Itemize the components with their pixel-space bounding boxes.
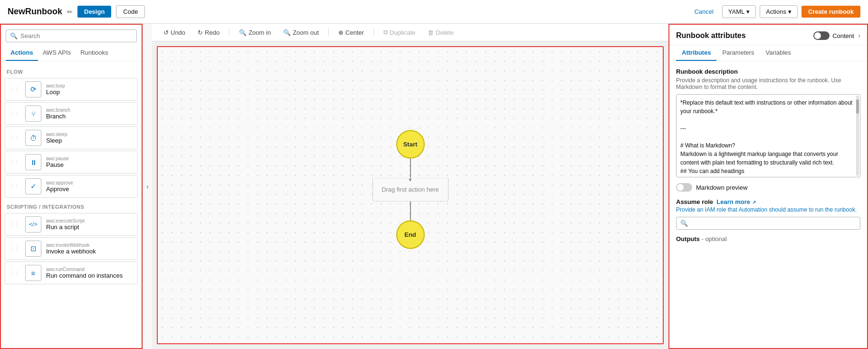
right-tabs: Attributes Parameters Variables (669, 45, 867, 61)
right-panel-content: Runbook description Provide a descriptio… (669, 61, 867, 348)
cancel-button[interactable]: Cancel (689, 6, 718, 18)
branch-icon: ⑂ (25, 106, 41, 122)
scrollbar-vertical[interactable] (856, 96, 859, 176)
top-bar-left: NewRunbook ✏ Design Code (8, 5, 145, 18)
duplicate-button[interactable]: ⧉ Duplicate (379, 27, 420, 38)
tab-aws-apis[interactable]: AWS APIs (38, 45, 76, 61)
drag-handle-icon: ⋮⋮ (9, 159, 19, 165)
yaml-button[interactable]: YAML ▾ (722, 5, 756, 18)
search-box[interactable]: 🔍 (6, 29, 137, 42)
search-input[interactable] (20, 32, 133, 39)
assume-role-input[interactable] (691, 220, 856, 227)
outputs-label: Outputs - optional (676, 235, 727, 242)
drag-handle-icon: ⋮⋮ (9, 87, 19, 93)
tab-actions[interactable]: Actions (6, 45, 38, 61)
external-link-icon: ↗ (752, 200, 756, 205)
section-flow-label: FLOW (1, 64, 142, 77)
redo-icon: ↻ (198, 29, 203, 36)
optional-tag: - optional (701, 235, 726, 242)
top-bar-right: Cancel YAML ▾ Actions ▾ Create runbook (689, 5, 860, 18)
toolbar-separator (328, 28, 329, 37)
assume-role-search[interactable]: 🔍 (676, 217, 860, 230)
drag-handle-icon: ⋮⋮ (9, 135, 19, 141)
tab-attributes[interactable]: Attributes (676, 45, 716, 61)
list-item[interactable]: ⋮⋮ ⊡ aws:invokeWebhook Invoke a webhook (5, 237, 138, 260)
list-item[interactable]: ⋮⋮ ✓ aws:approve Approve (5, 175, 138, 198)
chevron-down-icon: ▾ (746, 8, 750, 15)
right-panel-title: Runbook attributes (676, 31, 746, 40)
drag-handle-icon: ⋮⋮ (9, 222, 19, 228)
list-item[interactable]: ⋮⋮ </> aws:executeScript Run a script (5, 213, 138, 236)
approve-icon: ✓ (25, 178, 41, 194)
description-textarea[interactable]: *Replace this default text with instruct… (677, 95, 860, 175)
flow-item-text: aws:approve Approve (46, 180, 73, 193)
flow-item-text: aws:loop Loop (46, 83, 65, 96)
list-item[interactable]: ⋮⋮ ⑂ aws:branch Branch (5, 102, 138, 125)
top-bar: NewRunbook ✏ Design Code Cancel YAML ▾ A… (0, 0, 868, 24)
learn-more-link[interactable]: Learn more ↗ (716, 198, 755, 205)
tab-runbooks[interactable]: Runbooks (76, 45, 113, 61)
zoom-in-icon: 🔍 (239, 29, 247, 36)
left-panel: 🔍 Actions AWS APIs Runbooks FLOW ⋮⋮ ⟳ aw… (0, 24, 143, 349)
delete-button[interactable]: 🗑 Delete (423, 27, 458, 38)
collapse-panel-button[interactable]: ‹ (143, 24, 152, 349)
content-toggle[interactable]: Content (813, 31, 854, 40)
center-button[interactable]: ⊕ Center (334, 27, 369, 38)
list-item[interactable]: ⋮⋮ ⏸ aws:pause Pause (5, 151, 138, 174)
drag-handle-icon: ⋮⋮ (9, 270, 19, 276)
assume-role-label: Assume role Learn more ↗ (676, 198, 860, 205)
canvas-inner: Start Drag first action here End (372, 130, 448, 249)
toggle-track[interactable] (813, 31, 830, 40)
list-item[interactable]: ⋮⋮ ≡ aws:runCommand Run command on insta… (5, 262, 138, 284)
expand-icon[interactable]: › (858, 31, 860, 40)
toolbar-separator (229, 28, 229, 37)
description-hint: Provide a description and usage instruct… (676, 77, 860, 90)
design-button[interactable]: Design (77, 6, 111, 18)
drag-handle-icon: ⋮⋮ (9, 246, 19, 252)
flow-item-text: aws:branch Branch (46, 107, 70, 120)
flow-item-text: aws:pause Pause (46, 156, 69, 168)
zoom-out-button[interactable]: 🔍 Zoom out (278, 27, 324, 38)
description-textarea-wrapper: *Replace this default text with instruct… (676, 94, 860, 177)
loop-icon: ⟳ (25, 81, 41, 97)
assume-role-section: Assume role Learn more ↗ Provide an IAM … (676, 198, 860, 230)
toolbar: ↺ Undo ↻ Redo 🔍 Zoom in 🔍 Zoom out ⊕ Cen… (152, 24, 668, 41)
flow-item-text: aws:runCommand Run command on instances (46, 267, 123, 279)
undo-icon: ↺ (163, 29, 169, 36)
toolbar-separator (373, 28, 374, 37)
scrollbar-thumb (856, 99, 859, 114)
canvas[interactable]: Start Drag first action here End (157, 46, 664, 344)
canvas-wrapper: Start Drag first action here End (152, 41, 668, 349)
right-panel-header: Runbook attributes Content › (669, 25, 867, 45)
list-item[interactable]: ⋮⋮ ⟳ aws:loop Loop (5, 78, 138, 101)
assume-role-desc: Provide an IAM role that Automation shou… (676, 206, 860, 213)
sleep-icon: ⏱ (25, 130, 41, 146)
code-button[interactable]: Code (116, 5, 145, 18)
tab-variables[interactable]: Variables (760, 45, 797, 61)
flow-item-text: aws:invokeWebhook Invoke a webhook (46, 242, 96, 255)
search-icon: 🔍 (10, 32, 18, 39)
actions-top-button[interactable]: Actions ▾ (760, 5, 798, 18)
duplicate-icon: ⧉ (383, 29, 388, 36)
markdown-toggle[interactable] (676, 183, 692, 192)
webhook-icon: ⊡ (25, 241, 41, 257)
description-label: Runbook description (676, 68, 860, 75)
create-runbook-button[interactable]: Create runbook (801, 6, 860, 18)
section-scripting-label: SCRIPTING / INTEGRATIONS (1, 199, 142, 212)
tab-parameters[interactable]: Parameters (716, 45, 760, 61)
pause-icon: ⏸ (25, 154, 41, 170)
flow-item-text: aws:executeScript Run a script (46, 218, 85, 231)
run-command-icon: ≡ (25, 265, 41, 281)
center-icon: ⊕ (338, 29, 343, 36)
toggle-knob (814, 32, 821, 39)
list-item[interactable]: ⋮⋮ ⏱ aws:sleep Sleep (5, 126, 138, 149)
zoom-in-button[interactable]: 🔍 Zoom in (234, 27, 276, 38)
start-node[interactable]: Start (396, 130, 425, 158)
redo-button[interactable]: ↻ Redo (193, 27, 224, 38)
end-node[interactable]: End (396, 220, 425, 249)
trash-icon: 🗑 (428, 29, 434, 36)
undo-button[interactable]: ↺ Undo (159, 27, 190, 38)
markdown-preview-row: Markdown preview (676, 183, 860, 192)
left-tabs-row: Actions AWS APIs Runbooks (1, 45, 142, 61)
edit-icon[interactable]: ✏ (67, 8, 73, 16)
